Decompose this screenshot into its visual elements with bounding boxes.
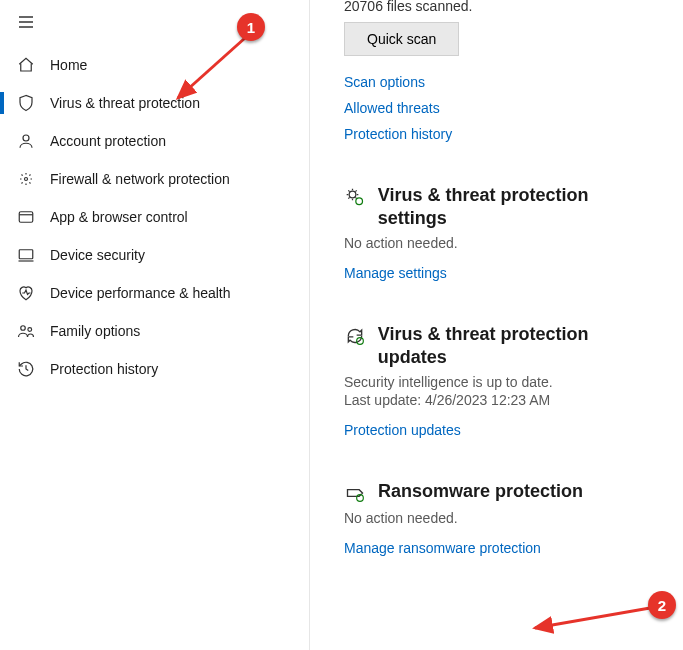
account-icon (16, 131, 36, 151)
sidebar: Home Virus & threat protection Account p… (0, 0, 310, 650)
svg-rect-5 (19, 212, 33, 223)
sidebar-item-label: Firewall & network protection (50, 171, 230, 187)
ransomware-status: No action needed. (344, 510, 659, 526)
device-icon (16, 245, 36, 265)
sidebar-item-label: Home (50, 57, 87, 73)
quick-scan-button[interactable]: Quick scan (344, 22, 459, 56)
sidebar-item-label: Device security (50, 247, 145, 263)
settings-status: No action needed. (344, 235, 659, 251)
scan-status-text: 20706 files scanned. (344, 0, 659, 14)
updates-status: Security intelligence is up to date. (344, 374, 659, 390)
settings-section: Virus & threat protection settings No ac… (344, 184, 659, 281)
sidebar-item-label: Account protection (50, 133, 166, 149)
browser-icon (16, 207, 36, 227)
sidebar-item-device-security[interactable]: Device security (0, 236, 309, 274)
ransomware-section: Ransomware protection No action needed. … (344, 480, 659, 556)
svg-point-3 (23, 135, 29, 141)
ransomware-title: Ransomware protection (378, 480, 583, 503)
sidebar-item-performance[interactable]: Device performance & health (0, 274, 309, 312)
manage-ransomware-link[interactable]: Manage ransomware protection (344, 540, 659, 556)
firewall-icon (16, 169, 36, 189)
hamburger-menu[interactable] (6, 6, 46, 38)
svg-point-12 (356, 198, 363, 205)
sidebar-item-label: Family options (50, 323, 140, 339)
updates-icon (344, 325, 366, 347)
svg-point-9 (21, 326, 26, 331)
sidebar-item-label: Device performance & health (50, 285, 231, 301)
sidebar-item-firewall[interactable]: Firewall & network protection (0, 160, 309, 198)
scan-options-link[interactable]: Scan options (344, 74, 659, 90)
sidebar-item-label: Protection history (50, 361, 158, 377)
updates-last-update: Last update: 4/26/2023 12:23 AM (344, 392, 659, 408)
annotation-badge-1: 1 (237, 13, 265, 41)
sidebar-item-virus-threat[interactable]: Virus & threat protection (0, 84, 309, 122)
sidebar-item-label: App & browser control (50, 209, 188, 225)
protection-updates-link[interactable]: Protection updates (344, 422, 659, 438)
sidebar-item-home[interactable]: Home (0, 46, 309, 84)
allowed-threats-link[interactable]: Allowed threats (344, 100, 659, 116)
updates-section: Virus & threat protection updates Securi… (344, 323, 659, 438)
manage-settings-link[interactable]: Manage settings (344, 265, 659, 281)
protection-history-link[interactable]: Protection history (344, 126, 659, 142)
ransomware-icon (344, 482, 366, 504)
sidebar-item-app-browser[interactable]: App & browser control (0, 198, 309, 236)
annotation-badge-2: 2 (648, 591, 676, 619)
shield-icon (16, 93, 36, 113)
settings-icon (344, 186, 366, 208)
svg-point-11 (349, 191, 356, 198)
family-icon (16, 321, 36, 341)
sidebar-item-label: Virus & threat protection (50, 95, 200, 111)
svg-point-10 (28, 328, 32, 332)
hamburger-icon (18, 15, 34, 29)
health-icon (16, 283, 36, 303)
history-icon (16, 359, 36, 379)
svg-point-4 (25, 178, 28, 181)
content-pane: 20706 files scanned. Quick scan Scan opt… (310, 0, 683, 650)
svg-rect-7 (19, 250, 33, 259)
sidebar-item-account[interactable]: Account protection (0, 122, 309, 160)
settings-title: Virus & threat protection settings (378, 184, 659, 229)
home-icon (16, 55, 36, 75)
sidebar-item-history[interactable]: Protection history (0, 350, 309, 388)
updates-title: Virus & threat protection updates (378, 323, 659, 368)
sidebar-item-family[interactable]: Family options (0, 312, 309, 350)
